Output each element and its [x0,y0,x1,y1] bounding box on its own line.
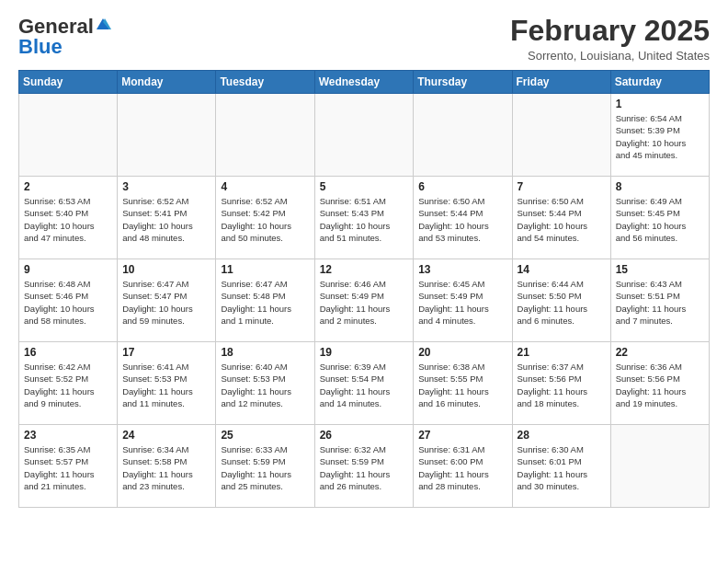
day-number: 22 [616,346,704,359]
calendar-cell [414,94,512,177]
calendar-cell: 18Sunrise: 6:40 AM Sunset: 5:53 PM Dayli… [216,342,314,425]
day-info: Sunrise: 6:33 AM Sunset: 5:59 PM Dayligh… [221,443,309,492]
day-info: Sunrise: 6:49 AM Sunset: 5:45 PM Dayligh… [616,195,704,244]
day-number: 16 [24,346,112,359]
day-info: Sunrise: 6:34 AM Sunset: 5:58 PM Dayligh… [122,443,210,492]
day-info: Sunrise: 6:30 AM Sunset: 6:01 PM Dayligh… [518,443,606,492]
calendar-cell: 4Sunrise: 6:52 AM Sunset: 5:42 PM Daylig… [216,177,314,259]
calendar-cell: 22Sunrise: 6:36 AM Sunset: 5:56 PM Dayli… [610,342,709,425]
day-info: Sunrise: 6:43 AM Sunset: 5:51 PM Dayligh… [616,278,704,327]
calendar-cell [314,94,414,177]
day-number: 27 [418,429,506,442]
day-info: Sunrise: 6:50 AM Sunset: 5:44 PM Dayligh… [418,195,506,244]
day-number: 18 [221,346,309,359]
calendar-cell: 26Sunrise: 6:32 AM Sunset: 5:59 PM Dayli… [314,425,414,508]
calendar-cell: 20Sunrise: 6:38 AM Sunset: 5:55 PM Dayli… [414,342,512,425]
calendar-cell [118,94,216,177]
calendar-week-row: 9Sunrise: 6:48 AM Sunset: 5:46 PM Daylig… [19,259,710,342]
calendar-cell: 27Sunrise: 6:31 AM Sunset: 6:00 PM Dayli… [414,425,512,508]
day-info: Sunrise: 6:54 AM Sunset: 5:39 PM Dayligh… [616,112,704,161]
calendar-cell: 25Sunrise: 6:33 AM Sunset: 5:59 PM Dayli… [216,425,314,508]
calendar-week-row: 1Sunrise: 6:54 AM Sunset: 5:39 PM Daylig… [19,94,710,177]
day-info: Sunrise: 6:52 AM Sunset: 5:42 PM Dayligh… [221,195,309,244]
header-wednesday: Wednesday [314,71,414,94]
header-monday: Monday [118,71,216,94]
day-info: Sunrise: 6:40 AM Sunset: 5:53 PM Dayligh… [221,361,309,409]
day-info: Sunrise: 6:41 AM Sunset: 5:53 PM Dayligh… [122,361,210,409]
day-info: Sunrise: 6:53 AM Sunset: 5:40 PM Dayligh… [24,195,112,244]
day-number: 7 [518,180,606,193]
day-info: Sunrise: 6:50 AM Sunset: 5:44 PM Dayligh… [518,195,606,244]
month-title: February 2025 [510,15,710,47]
day-number: 25 [221,429,309,442]
day-number: 12 [320,263,409,276]
header: General Blue February 2025 Sorrento, Lou… [18,15,710,63]
calendar-cell: 13Sunrise: 6:45 AM Sunset: 5:49 PM Dayli… [414,259,512,342]
title-block: February 2025 Sorrento, Louisiana, Unite… [510,15,710,63]
calendar-week-row: 23Sunrise: 6:35 AM Sunset: 5:57 PM Dayli… [19,425,710,508]
day-number: 14 [518,263,606,276]
header-sunday: Sunday [19,71,118,94]
calendar-cell: 21Sunrise: 6:37 AM Sunset: 5:56 PM Dayli… [512,342,610,425]
day-info: Sunrise: 6:31 AM Sunset: 6:00 PM Dayligh… [418,443,506,492]
day-number: 17 [122,346,210,359]
calendar-cell: 17Sunrise: 6:41 AM Sunset: 5:53 PM Dayli… [118,342,216,425]
day-number: 9 [24,263,112,276]
header-friday: Friday [512,71,610,94]
day-info: Sunrise: 6:47 AM Sunset: 5:47 PM Dayligh… [122,278,210,327]
logo: General Blue [18,15,111,59]
day-number: 2 [24,180,112,193]
calendar-cell [610,425,709,508]
calendar-cell: 15Sunrise: 6:43 AM Sunset: 5:51 PM Dayli… [610,259,709,342]
day-info: Sunrise: 6:44 AM Sunset: 5:50 PM Dayligh… [518,278,606,327]
day-number: 21 [518,346,606,359]
day-number: 5 [320,180,409,193]
calendar-cell [512,94,610,177]
calendar-cell: 24Sunrise: 6:34 AM Sunset: 5:58 PM Dayli… [118,425,216,508]
day-info: Sunrise: 6:32 AM Sunset: 5:59 PM Dayligh… [320,443,409,492]
logo-icon [95,17,111,33]
day-number: 6 [418,180,506,193]
day-number: 3 [122,180,210,193]
calendar-cell: 16Sunrise: 6:42 AM Sunset: 5:52 PM Dayli… [19,342,118,425]
calendar-week-row: 16Sunrise: 6:42 AM Sunset: 5:52 PM Dayli… [19,342,710,425]
day-info: Sunrise: 6:37 AM Sunset: 5:56 PM Dayligh… [518,361,606,409]
calendar-cell: 5Sunrise: 6:51 AM Sunset: 5:43 PM Daylig… [314,177,414,259]
header-thursday: Thursday [414,71,512,94]
weekday-header-row: Sunday Monday Tuesday Wednesday Thursday… [19,71,710,94]
logo-blue: Blue [18,35,63,59]
day-number: 20 [418,346,506,359]
day-info: Sunrise: 6:39 AM Sunset: 5:54 PM Dayligh… [320,361,409,409]
calendar-cell: 9Sunrise: 6:48 AM Sunset: 5:46 PM Daylig… [19,259,118,342]
calendar-week-row: 2Sunrise: 6:53 AM Sunset: 5:40 PM Daylig… [19,177,710,259]
day-number: 10 [122,263,210,276]
day-number: 1 [616,98,704,110]
calendar-cell: 19Sunrise: 6:39 AM Sunset: 5:54 PM Dayli… [314,342,414,425]
day-number: 26 [320,429,409,442]
header-saturday: Saturday [610,71,709,94]
day-info: Sunrise: 6:45 AM Sunset: 5:49 PM Dayligh… [418,278,506,327]
page: General Blue February 2025 Sorrento, Lou… [0,0,728,523]
calendar-cell: 1Sunrise: 6:54 AM Sunset: 5:39 PM Daylig… [610,94,709,177]
day-info: Sunrise: 6:48 AM Sunset: 5:46 PM Dayligh… [24,278,112,327]
day-number: 23 [24,429,112,442]
calendar-cell: 8Sunrise: 6:49 AM Sunset: 5:45 PM Daylig… [610,177,709,259]
calendar-cell: 14Sunrise: 6:44 AM Sunset: 5:50 PM Dayli… [512,259,610,342]
calendar: Sunday Monday Tuesday Wednesday Thursday… [18,70,710,508]
calendar-cell: 2Sunrise: 6:53 AM Sunset: 5:40 PM Daylig… [19,177,118,259]
calendar-cell: 12Sunrise: 6:46 AM Sunset: 5:49 PM Dayli… [314,259,414,342]
calendar-cell: 28Sunrise: 6:30 AM Sunset: 6:01 PM Dayli… [512,425,610,508]
calendar-cell: 10Sunrise: 6:47 AM Sunset: 5:47 PM Dayli… [118,259,216,342]
day-info: Sunrise: 6:46 AM Sunset: 5:49 PM Dayligh… [320,278,409,327]
calendar-cell: 6Sunrise: 6:50 AM Sunset: 5:44 PM Daylig… [414,177,512,259]
day-number: 11 [221,263,309,276]
day-number: 4 [221,180,309,193]
day-info: Sunrise: 6:36 AM Sunset: 5:56 PM Dayligh… [616,361,704,409]
day-info: Sunrise: 6:47 AM Sunset: 5:48 PM Dayligh… [221,278,309,327]
day-number: 13 [418,263,506,276]
calendar-cell: 23Sunrise: 6:35 AM Sunset: 5:57 PM Dayli… [19,425,118,508]
day-info: Sunrise: 6:51 AM Sunset: 5:43 PM Dayligh… [320,195,409,244]
calendar-cell: 3Sunrise: 6:52 AM Sunset: 5:41 PM Daylig… [118,177,216,259]
header-tuesday: Tuesday [216,71,314,94]
day-number: 24 [122,429,210,442]
